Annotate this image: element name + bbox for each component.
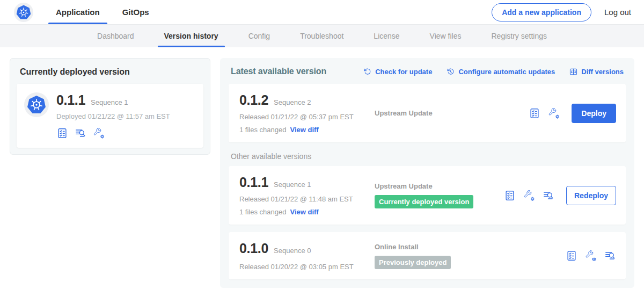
- view-files-search-icon[interactable]: [604, 250, 616, 262]
- add-application-button[interactable]: Add a new application: [492, 3, 591, 21]
- redeploy-button[interactable]: Redeploy: [566, 186, 616, 205]
- logout-button[interactable]: Log out: [604, 8, 631, 17]
- subnav-license[interactable]: License: [367, 25, 406, 47]
- released-timestamp: Released 01/20/22 @ 03:05 pm EST: [239, 263, 375, 271]
- check-for-update-link[interactable]: Check for update: [363, 67, 432, 76]
- version-card-actions: Redeploy: [504, 186, 616, 205]
- version-card-actions: Deploy: [529, 104, 616, 123]
- check-for-update-label: Check for update: [375, 68, 432, 76]
- view-config-icon[interactable]: [585, 250, 597, 262]
- version-number: 0.1.0: [239, 241, 268, 256]
- version-source: Upstream Update: [375, 109, 529, 117]
- latest-version-heading: Latest available version: [231, 67, 326, 76]
- version-card-0-1-2: 0.1.2 Sequence 2 Released 01/21/22 @ 05:…: [229, 84, 626, 142]
- subnav-registry-settings[interactable]: Registry settings: [485, 25, 553, 47]
- version-card-0-1-0: 0.1.0 Sequence 0 Released 01/20/22 @ 03:…: [229, 232, 626, 279]
- version-info: 0.1.0 Sequence 0 Released 01/20/22 @ 03:…: [239, 241, 375, 271]
- sequence-label: Sequence 2: [274, 98, 311, 106]
- subnav-version-history[interactable]: Version history: [158, 25, 225, 47]
- source-label: Online Install: [375, 243, 566, 251]
- deployed-version-info: 0.1.1 Sequence 1 Deployed 01/21/22 @ 11:…: [56, 92, 170, 139]
- files-changed-label: 1 files changed: [239, 126, 286, 134]
- release-notes-icon[interactable]: [504, 190, 516, 201]
- configure-automatic-updates-link[interactable]: Configure automatic updates: [446, 67, 555, 76]
- files-changed-row: 1 files changedView diff: [239, 208, 375, 216]
- files-changed-row: 1 files changedView diff: [239, 126, 375, 134]
- diff-versions-icon: [569, 67, 578, 76]
- nav-tab-gitops[interactable]: GitOps: [115, 0, 157, 24]
- app-subnav: Dashboard Version history Config Trouble…: [0, 25, 644, 47]
- app-kubernetes-icon: [24, 92, 49, 117]
- version-card-actions: [566, 250, 616, 262]
- currently-deployed-title: Currently deployed version: [20, 67, 200, 77]
- deployed-version-number: 0.1.1: [56, 92, 85, 108]
- subnav-config[interactable]: Config: [242, 25, 276, 47]
- top-navbar: Application GitOps Add a new application…: [0, 0, 644, 25]
- deployed-version-card: 0.1.1 Sequence 1 Deployed 01/21/22 @ 11:…: [17, 84, 203, 148]
- released-timestamp: Released 01/21/22 @ 05:37 pm EST: [239, 113, 375, 121]
- version-number: 0.1.2: [239, 92, 268, 108]
- version-actions: Check for update Configure automatic upd…: [363, 67, 624, 76]
- view-diff-link[interactable]: View diff: [290, 126, 318, 134]
- currently-deployed-badge: Currently deployed version: [375, 195, 473, 208]
- version-card-0-1-1: 0.1.1 Sequence 1 Released 01/21/22 @ 11:…: [229, 166, 626, 225]
- edit-config-icon[interactable]: [548, 107, 560, 119]
- release-notes-icon[interactable]: [529, 107, 540, 119]
- subnav-troubleshoot[interactable]: Troubleshoot: [294, 25, 350, 47]
- version-number: 0.1.1: [239, 175, 268, 190]
- kubernetes-logo-icon[interactable]: [14, 3, 33, 22]
- main-content: Currently deployed version 0.1.1 Sequenc…: [0, 47, 644, 299]
- navbar-right: Add a new application Log out: [492, 3, 631, 21]
- version-info: 0.1.2 Sequence 2 Released 01/21/22 @ 05:…: [239, 92, 375, 134]
- previously-deployed-badge: Previously deployed: [375, 256, 451, 269]
- other-versions-heading: Other available versions: [231, 152, 624, 161]
- subnav-dashboard[interactable]: Dashboard: [91, 25, 141, 47]
- edit-config-icon[interactable]: [93, 127, 105, 139]
- version-source: Online Install Previously deployed: [375, 243, 566, 269]
- deployed-timestamp: Deployed 01/21/22 @ 11:57 am EST: [56, 112, 170, 120]
- version-source: Upstream Update Currently deployed versi…: [375, 182, 504, 208]
- edit-config-icon[interactable]: [523, 190, 535, 201]
- nav-tab-application[interactable]: Application: [48, 0, 107, 24]
- version-history-panel: Latest available version Check for updat…: [220, 58, 634, 288]
- sequence-label: Sequence 0: [274, 247, 311, 255]
- released-timestamp: Released 01/21/22 @ 11:48 am EST: [239, 195, 375, 203]
- currently-deployed-panel: Currently deployed version 0.1.1 Sequenc…: [10, 58, 210, 155]
- view-files-search-icon[interactable]: [75, 127, 86, 139]
- source-label: Upstream Update: [375, 182, 504, 190]
- refresh-icon: [363, 67, 372, 76]
- sequence-label: Sequence 1: [274, 181, 311, 189]
- app-nav-tabs: Application GitOps: [48, 0, 164, 24]
- diff-versions-link[interactable]: Diff versions: [569, 67, 624, 76]
- latest-version-header: Latest available version Check for updat…: [231, 67, 624, 76]
- subnav-view-files[interactable]: View files: [423, 25, 468, 47]
- schedule-update-icon: [446, 67, 455, 76]
- release-notes-icon[interactable]: [56, 127, 68, 139]
- version-info: 0.1.1 Sequence 1 Released 01/21/22 @ 11:…: [239, 175, 375, 216]
- view-diff-link[interactable]: View diff: [290, 208, 318, 216]
- release-notes-icon[interactable]: [566, 250, 577, 262]
- view-files-search-icon[interactable]: [543, 190, 554, 201]
- deploy-button[interactable]: Deploy: [572, 104, 616, 123]
- deployed-sequence-label: Sequence 1: [91, 98, 128, 106]
- configure-automatic-updates-label: Configure automatic updates: [458, 68, 555, 76]
- files-changed-label: 1 files changed: [239, 208, 286, 216]
- source-label: Upstream Update: [375, 109, 529, 117]
- diff-versions-label: Diff versions: [581, 68, 624, 76]
